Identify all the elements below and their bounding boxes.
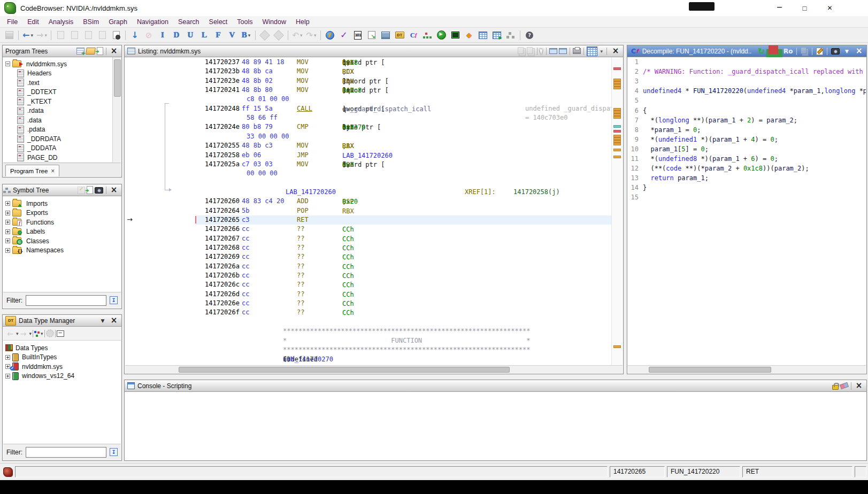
export-doc-icon[interactable] xyxy=(97,47,103,55)
decompile-line[interactable]: 8 *param_1 = 0; xyxy=(628,126,866,135)
navigation-marker[interactable] xyxy=(613,345,621,348)
cursor-arrow-icon[interactable] xyxy=(540,48,544,55)
navigation-marker[interactable] xyxy=(613,116,621,119)
expand-icon[interactable] xyxy=(5,211,10,215)
listing-row[interactable]: 14172026dcc??CCh xyxy=(125,290,623,299)
console-header[interactable]: Console - Scripting xyxy=(125,380,866,392)
menu-edit[interactable]: Edit xyxy=(22,17,44,27)
listing-row[interactable]: 141720258eb 06JMPLAB_141720260 xyxy=(125,151,623,160)
symbol-tree-header[interactable]: Symbol Tree xyxy=(3,184,121,196)
decompile-line[interactable]: 5 xyxy=(628,96,866,106)
listing-row[interactable]: 14172023748 89 41 18MOVqword ptr [RCX + … xyxy=(125,58,623,67)
ro-badge[interactable]: Ro xyxy=(783,47,793,56)
dropdown-arrow-icon[interactable] xyxy=(314,33,317,38)
decompile-line[interactable]: 15 xyxy=(628,193,866,203)
listing-row[interactable]: 14172025548 8b c3MOVRAX,RBX xyxy=(125,141,623,150)
close-button[interactable] xyxy=(817,0,842,16)
register-button[interactable] xyxy=(449,28,462,42)
listing-fields-icon[interactable] xyxy=(587,47,597,56)
table-button[interactable] xyxy=(477,28,489,42)
listing-row[interactable]: 14172026ccc??CCh xyxy=(125,280,623,289)
tree-item-root[interactable]: nvlddmkm.sys xyxy=(3,57,121,69)
listing-row[interactable]: 14172025ac7 03 03MOVdword ptr [RBX],0x3 xyxy=(125,160,623,169)
close-icon[interactable] xyxy=(109,47,119,56)
collapse-all-icon[interactable] xyxy=(57,330,64,337)
listing-banner-row[interactable]: * FUNCTION * xyxy=(125,336,623,345)
tree-item-_ktext[interactable]: _KTEXT xyxy=(3,97,121,106)
expand-icon[interactable] xyxy=(5,238,10,243)
dropdown-arrow-icon[interactable] xyxy=(248,33,251,38)
expand-icon[interactable] xyxy=(5,201,10,206)
listing-row[interactable]: 141720266cc??CCh xyxy=(125,225,623,234)
listing-row[interactable]: 14172023e48 8b 02MOVRAX,qword ptr [RDX] xyxy=(125,76,623,86)
cf-button[interactable] xyxy=(407,28,420,42)
decompile-view[interactable]: 12/* WARNING: Function: _guard_dispatch_… xyxy=(628,57,866,366)
listing-row[interactable]: 141720265c3RET xyxy=(125,215,623,225)
diamond-button[interactable]: ◆ xyxy=(463,28,475,42)
expand-icon[interactable] xyxy=(5,248,10,253)
dtm-header[interactable]: Data Type Manager xyxy=(3,315,121,327)
print-icon[interactable] xyxy=(573,48,581,54)
listing-row[interactable]: 58 66 ff= 140c703e0 xyxy=(125,113,623,122)
help-button[interactable] xyxy=(523,28,536,42)
letter-u-button[interactable]: U xyxy=(184,28,197,42)
camera-icon[interactable] xyxy=(831,48,840,55)
tree-button[interactable] xyxy=(504,28,517,42)
tree-item-.data[interactable]: .data xyxy=(3,115,121,125)
decompile-line[interactable]: 9 *(undefined1 *)(param_1 + 4) = 0; xyxy=(628,135,866,145)
navigation-marker[interactable] xyxy=(613,67,621,70)
tree-item-_ddrdata[interactable]: _DDRDATA xyxy=(3,134,121,144)
navigation-marker[interactable] xyxy=(613,143,621,145)
tree-item-windows_vs12_64[interactable]: windows_vs12_64 xyxy=(3,372,121,381)
listing-row[interactable]: 14172026bcc??CCh xyxy=(125,271,623,280)
menu-tools[interactable]: Tools xyxy=(232,17,257,27)
expand-icon[interactable] xyxy=(5,364,10,369)
decompile-line[interactable]: 6{ xyxy=(628,106,866,116)
export-doc-icon[interactable] xyxy=(87,186,93,194)
tab-program-tree[interactable]: Program Tree xyxy=(5,165,59,176)
menu-navigation[interactable]: Navigation xyxy=(132,17,173,27)
tree-item-_ddtext[interactable]: _DDTEXT xyxy=(3,88,121,97)
listing-row[interactable]: 14172023b48 8b caMOVRCX,RDX xyxy=(125,67,623,76)
import-button[interactable] xyxy=(365,28,378,42)
symbol-filter-input[interactable] xyxy=(26,295,106,306)
disassemble-button[interactable]: ↓ xyxy=(128,28,141,42)
callgraph-button[interactable] xyxy=(421,28,434,42)
listing-row[interactable]: 14172026048 83 c4 20ADDRSP,0x20 xyxy=(125,197,623,206)
decompile-line[interactable]: 7 *(longlong **)(param_1 + 2) = param_2; xyxy=(628,116,866,126)
close-icon[interactable] xyxy=(109,186,119,195)
tree-item-data-types[interactable]: Data Types xyxy=(3,343,121,353)
letter-f-button[interactable]: F xyxy=(212,28,225,42)
menu-search[interactable]: Search xyxy=(173,17,204,27)
listing-row[interactable]: 00 00 00 xyxy=(125,169,623,178)
expand-icon[interactable] xyxy=(5,355,10,360)
xref-address[interactable]: 141720258(j) xyxy=(513,188,560,196)
listing-row[interactable]: 14172026ecc??CCh xyxy=(125,299,623,308)
listing-row[interactable]: 14172024148 8b 80MOVRAX,qword ptr [RAX +… xyxy=(125,86,623,95)
decompile-hscrollbar[interactable] xyxy=(628,365,866,373)
close-icon[interactable] xyxy=(109,317,119,325)
scrollbar-thumb[interactable] xyxy=(179,367,510,373)
menu-window[interactable]: Window xyxy=(258,17,291,27)
scrollbar-thumb[interactable] xyxy=(114,59,121,97)
eraser-icon[interactable] xyxy=(840,382,849,390)
console-output[interactable] xyxy=(125,392,866,460)
listing-row[interactable]: undefined FUN_141720270() xyxy=(125,354,623,364)
listing-label-row[interactable]: LAB_141720260XREF[1]:141720258(j) xyxy=(125,188,623,197)
navigation-marker[interactable] xyxy=(613,130,621,133)
listing-hscrollbar[interactable] xyxy=(125,365,623,373)
navigation-marker[interactable] xyxy=(613,149,621,151)
menu-select[interactable]: Select xyxy=(204,17,233,27)
menu-file[interactable]: File xyxy=(2,17,22,27)
expand-icon[interactable] xyxy=(5,220,10,225)
listing-row[interactable]: c8 01 00 00 xyxy=(125,95,623,104)
filter-options-icon[interactable] xyxy=(110,296,118,304)
navigation-marker[interactable] xyxy=(613,156,621,158)
listing-row[interactable]: 1417202645bPOPRBX xyxy=(125,206,623,215)
letter-i-button[interactable]: I xyxy=(156,28,169,42)
listing-row[interactable]: 141720269cc??CCh xyxy=(125,252,623,261)
tree-item-_dddata[interactable]: _DDDATA xyxy=(3,144,121,153)
tree-item-.rdata[interactable]: .rdata xyxy=(3,106,121,116)
diff-view-icon[interactable] xyxy=(549,48,557,54)
tree-item-headers[interactable]: Headers xyxy=(3,69,121,79)
